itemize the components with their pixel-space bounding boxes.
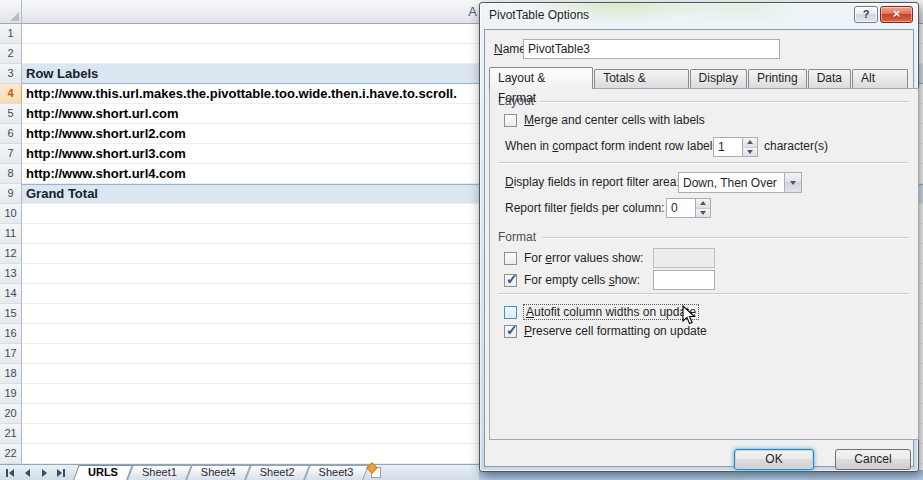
row-header[interactable]: 18 bbox=[0, 364, 22, 384]
sheet-tab-label: Sheet3 bbox=[319, 465, 354, 480]
ok-button[interactable]: OK bbox=[734, 449, 814, 470]
report-fields-value[interactable]: 0 bbox=[667, 199, 695, 217]
insert-worksheet-icon bbox=[371, 467, 381, 478]
caption-buttons: ? × bbox=[854, 6, 913, 23]
row-header[interactable]: 6 bbox=[0, 124, 22, 144]
row-header[interactable]: 3 bbox=[0, 64, 22, 84]
autofit-checkbox[interactable] bbox=[504, 306, 517, 319]
display-fields-label: Display fields in report filter area: bbox=[505, 175, 680, 189]
merge-center-checkbox[interactable] bbox=[504, 114, 517, 127]
nav-bar-glyph bbox=[63, 469, 65, 477]
row-header[interactable]: 10 bbox=[0, 204, 22, 224]
row-header[interactable]: 1 bbox=[0, 24, 22, 44]
sheet-tab[interactable]: Sheet4 bbox=[189, 465, 248, 480]
sheet-nav-next-icon[interactable] bbox=[37, 467, 51, 479]
down-arrow-glyph bbox=[700, 211, 706, 218]
dialog-tab[interactable]: Display bbox=[690, 69, 747, 88]
sheet-tab-label: Sheet4 bbox=[201, 465, 236, 480]
display-fields-row: Display fields in report filter area: bbox=[505, 175, 680, 189]
nav-right-triangle bbox=[57, 469, 62, 477]
format-section-label: Format bbox=[498, 230, 536, 244]
error-values-label[interactable]: For error values show: bbox=[524, 251, 643, 265]
empty-cells-checkbox[interactable] bbox=[504, 274, 517, 287]
row-header[interactable]: 8 bbox=[0, 164, 22, 184]
up-arrow-glyph bbox=[700, 198, 706, 205]
report-fields-stepper: 0 bbox=[666, 198, 711, 218]
row-header[interactable]: 5 bbox=[0, 104, 22, 124]
autofit-label[interactable]: Autofit column widths on update bbox=[524, 305, 698, 319]
row-header[interactable]: 19 bbox=[0, 384, 22, 404]
row-header[interactable]: 11 bbox=[0, 224, 22, 244]
empty-cells-row: For empty cells show: bbox=[504, 273, 640, 287]
report-fields-label: Report filter fields per column: bbox=[505, 201, 664, 215]
dialog-tab[interactable]: Data bbox=[808, 69, 851, 88]
preserve-label[interactable]: Preserve cell formatting on update bbox=[524, 324, 707, 338]
sheet-tab[interactable]: Sheet3 bbox=[307, 465, 366, 480]
dialog-tabs: Layout & Format Totals & Filters Display… bbox=[489, 66, 909, 88]
sheet-tab-label: URLS bbox=[88, 465, 118, 480]
sheet-tab[interactable]: Sheet1 bbox=[130, 465, 189, 480]
display-fields-dropdown[interactable]: Down, Then Over bbox=[678, 172, 802, 193]
row-header[interactable]: 15 bbox=[0, 304, 22, 324]
row-header[interactable]: 20 bbox=[0, 404, 22, 424]
chevron-down-icon[interactable] bbox=[784, 173, 801, 192]
empty-cells-label[interactable]: For empty cells show: bbox=[524, 273, 640, 287]
display-fields-value: Down, Then Over bbox=[679, 173, 784, 192]
format-section-header: Format bbox=[498, 230, 908, 244]
merge-center-row: Merge and center cells with labels bbox=[504, 113, 705, 127]
stepper-buttons bbox=[742, 138, 757, 156]
empty-cells-input[interactable] bbox=[653, 270, 715, 290]
row-header[interactable]: 2 bbox=[0, 44, 22, 64]
help-button[interactable]: ? bbox=[854, 6, 878, 23]
stepper-up-icon[interactable] bbox=[743, 138, 757, 148]
error-values-row: For error values show: bbox=[504, 251, 643, 265]
row-header[interactable]: 7 bbox=[0, 144, 22, 164]
nav-bar-glyph bbox=[6, 469, 8, 477]
down-arrow-glyph bbox=[790, 181, 796, 188]
sheet-nav-first-icon[interactable] bbox=[3, 467, 17, 479]
row-header[interactable]: 22 bbox=[0, 444, 22, 464]
stepper-down-icon[interactable] bbox=[743, 148, 757, 157]
row-header[interactable]: 13 bbox=[0, 264, 22, 284]
close-icon[interactable]: × bbox=[880, 6, 913, 23]
select-all-corner[interactable] bbox=[0, 0, 22, 24]
stepper-buttons bbox=[695, 199, 710, 217]
up-arrow-glyph bbox=[747, 137, 753, 144]
row-header[interactable]: 21 bbox=[0, 424, 22, 444]
preserve-row: Preserve cell formatting on update bbox=[504, 324, 707, 338]
dialog-tab[interactable]: Totals & Filters bbox=[594, 69, 688, 88]
nav-left-triangle bbox=[25, 469, 30, 477]
row-header[interactable]: 14 bbox=[0, 284, 22, 304]
pivottable-name-input[interactable] bbox=[523, 39, 780, 59]
sheet-tab[interactable]: Sheet2 bbox=[248, 465, 307, 480]
merge-center-label[interactable]: Merge and center cells with labels bbox=[524, 113, 705, 127]
sheet-nav-last-icon[interactable] bbox=[54, 467, 68, 479]
error-value-input bbox=[653, 248, 715, 268]
row-header[interactable]: 9 bbox=[0, 184, 22, 204]
compact-indent-value[interactable]: 1 bbox=[714, 138, 742, 156]
dialog-tab[interactable]: Printing bbox=[748, 69, 807, 88]
dialog-tab[interactable]: Layout & Format bbox=[489, 67, 593, 89]
sheet-tab-bar: URLS Sheet1 Sheet4 Sheet2 Sheet3 bbox=[0, 464, 479, 480]
dialog-tab[interactable]: Alt Text bbox=[852, 69, 908, 88]
insert-worksheet-button[interactable] bbox=[365, 465, 387, 480]
sheet-tab-label: Sheet2 bbox=[260, 465, 295, 480]
stepper-up-icon[interactable] bbox=[696, 199, 710, 209]
layout-section-header: Layout bbox=[498, 94, 908, 108]
sheet-tab[interactable]: URLS bbox=[76, 465, 130, 480]
section-divider bbox=[542, 237, 908, 239]
row-header[interactable]: 12 bbox=[0, 244, 22, 264]
nav-left-triangle bbox=[9, 469, 14, 477]
sheet-nav-prev-icon[interactable] bbox=[20, 467, 34, 479]
stepper-down-icon[interactable] bbox=[696, 209, 710, 218]
dialog-body: Name: Layout & Format Totals & Filters D… bbox=[484, 29, 914, 467]
preserve-checkbox[interactable] bbox=[504, 325, 517, 338]
cancel-button[interactable]: Cancel bbox=[835, 449, 911, 470]
error-values-checkbox[interactable] bbox=[504, 252, 517, 265]
sheet-tabs: URLS Sheet1 Sheet4 Sheet2 Sheet3 bbox=[76, 465, 365, 480]
sheet-nav-buttons bbox=[0, 465, 72, 480]
row-header[interactable]: 16 bbox=[0, 324, 22, 344]
row-header[interactable]: 17 bbox=[0, 344, 22, 364]
row-header[interactable]: 4 bbox=[0, 84, 22, 104]
dialog-titlebar[interactable]: PivotTable Options bbox=[480, 3, 918, 29]
